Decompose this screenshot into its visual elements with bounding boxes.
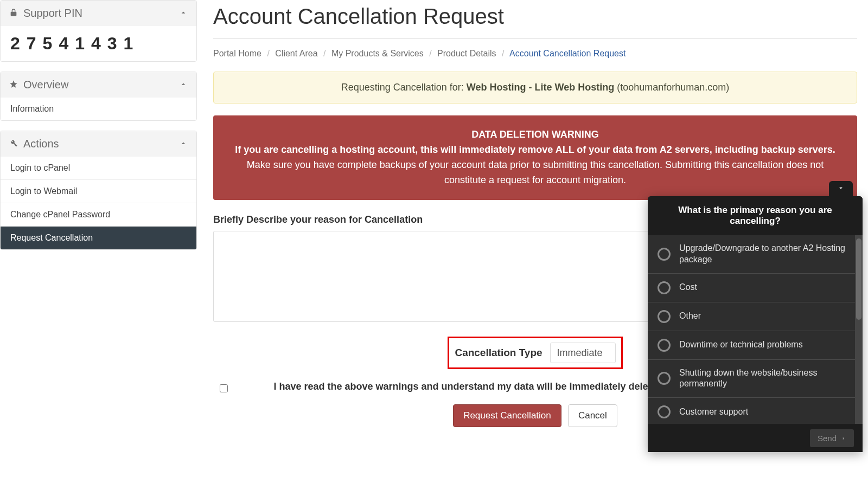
warning-line1: If you are cancelling a hosting account,… bbox=[228, 143, 842, 158]
survey-scrollbar-track[interactable] bbox=[855, 235, 863, 424]
overview-item-information[interactable]: Information bbox=[1, 98, 196, 120]
survey-option[interactable]: Other bbox=[648, 302, 863, 331]
radio-icon bbox=[658, 281, 671, 294]
warning-line2: Make sure you have complete backups of y… bbox=[247, 159, 824, 185]
cancellation-type-box: Cancellation Type Immediate bbox=[448, 337, 622, 369]
breadcrumb-separator: / bbox=[323, 49, 326, 58]
breadcrumb: Portal Home / Client Area / My Products … bbox=[213, 49, 857, 59]
warning-alert: DATA DELETION WARNING If you are cancell… bbox=[213, 115, 857, 200]
breadcrumb-client-area[interactable]: Client Area bbox=[275, 49, 317, 58]
survey-question: What is the primary reason you are cance… bbox=[648, 196, 863, 235]
chevron-up-icon bbox=[179, 79, 188, 91]
survey-send-button[interactable]: Send bbox=[810, 429, 854, 447]
survey-options-list: Upgrade/Downgrade to another A2 Hosting … bbox=[648, 235, 863, 424]
actions-item-change-password[interactable]: Change cPanel Password bbox=[1, 203, 196, 226]
cancel-button[interactable]: Cancel bbox=[568, 404, 617, 427]
request-cancellation-button[interactable]: Request Cancellation bbox=[453, 404, 561, 427]
info-alert-product: Web Hosting - Lite Web Hosting bbox=[467, 82, 614, 93]
confirm-checkbox[interactable] bbox=[220, 384, 228, 392]
radio-icon bbox=[658, 310, 671, 323]
survey-option-label: Upgrade/Downgrade to another A2 Hosting … bbox=[679, 243, 847, 266]
support-pin-header[interactable]: Support PIN bbox=[1, 1, 196, 26]
info-alert: Requesting Cancellation for: Web Hosting… bbox=[213, 72, 857, 104]
page-title: Account Cancellation Request bbox=[213, 0, 857, 39]
survey-footer: Send bbox=[648, 424, 863, 452]
breadcrumb-my-products[interactable]: My Products & Services bbox=[331, 49, 424, 58]
actions-item-request-cancellation[interactable]: Request Cancellation bbox=[1, 226, 196, 249]
survey-option-label: Other bbox=[679, 311, 847, 322]
survey-option[interactable]: Downtime or technical problems bbox=[648, 331, 863, 360]
warning-header: DATA DELETION WARNING bbox=[228, 127, 842, 143]
radio-icon bbox=[658, 248, 671, 261]
actions-item-login-webmail[interactable]: Login to Webmail bbox=[1, 179, 196, 203]
survey-option-label: Shutting down the website/business perma… bbox=[679, 367, 847, 390]
overview-title: Overview bbox=[23, 79, 68, 91]
wrench-icon bbox=[9, 138, 18, 150]
survey-option[interactable]: Customer support bbox=[648, 398, 863, 424]
survey-option-label: Downtime or technical problems bbox=[679, 339, 847, 351]
info-alert-prefix: Requesting Cancellation for: bbox=[341, 82, 467, 93]
survey-send-label: Send bbox=[818, 434, 837, 443]
actions-header[interactable]: Actions bbox=[1, 131, 196, 157]
survey-popup: What is the primary reason you are cance… bbox=[648, 196, 863, 452]
chevron-right-icon bbox=[841, 434, 846, 443]
chevron-up-icon bbox=[179, 138, 188, 150]
breadcrumb-product-details[interactable]: Product Details bbox=[437, 49, 496, 58]
actions-panel: Actions Login to cPanel Login to Webmail… bbox=[0, 131, 197, 250]
support-pin-panel: Support PIN 27541431 bbox=[0, 0, 197, 62]
radio-icon bbox=[658, 372, 671, 385]
actions-title: Actions bbox=[23, 138, 59, 150]
survey-option-label: Cost bbox=[679, 282, 847, 293]
survey-option[interactable]: Shutting down the website/business perma… bbox=[648, 360, 863, 398]
star-icon bbox=[9, 79, 18, 91]
overview-panel: Overview Information bbox=[0, 72, 197, 121]
radio-icon bbox=[658, 405, 671, 418]
survey-option[interactable]: Upgrade/Downgrade to another A2 Hosting … bbox=[648, 235, 863, 274]
actions-item-login-cpanel[interactable]: Login to cPanel bbox=[1, 157, 196, 179]
survey-collapse-tab[interactable] bbox=[829, 181, 853, 196]
chevron-up-icon bbox=[179, 7, 188, 20]
breadcrumb-separator: / bbox=[429, 49, 431, 58]
breadcrumb-portal-home[interactable]: Portal Home bbox=[213, 49, 261, 58]
support-pin-value: 27541431 bbox=[1, 26, 196, 61]
overview-header[interactable]: Overview bbox=[1, 72, 196, 98]
support-pin-title: Support PIN bbox=[23, 7, 82, 20]
chevron-down-icon bbox=[837, 184, 845, 193]
survey-scrollbar-thumb[interactable] bbox=[856, 238, 861, 320]
survey-option[interactable]: Cost bbox=[648, 274, 863, 302]
lock-icon bbox=[9, 7, 18, 20]
info-alert-domain: (toohumanforhuman.com) bbox=[614, 82, 729, 93]
cancellation-type-select[interactable]: Immediate bbox=[550, 343, 616, 363]
survey-option-label: Customer support bbox=[679, 406, 847, 418]
breadcrumb-separator: / bbox=[267, 49, 269, 58]
cancellation-type-label: Cancellation Type bbox=[455, 347, 542, 359]
breadcrumb-current: Account Cancellation Request bbox=[509, 49, 626, 58]
radio-icon bbox=[658, 339, 671, 352]
breadcrumb-separator: / bbox=[502, 49, 504, 58]
